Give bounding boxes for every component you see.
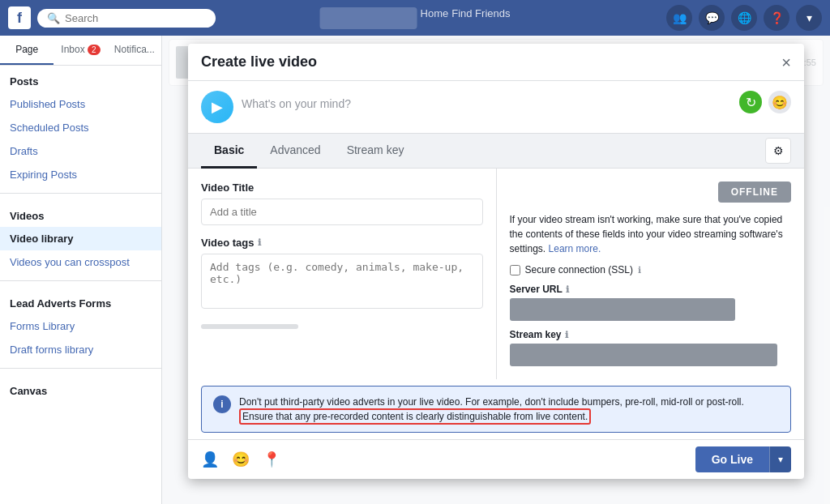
help-icon[interactable]: ❓	[764, 5, 789, 31]
search-input[interactable]	[65, 12, 206, 24]
stream-key-value	[510, 344, 777, 366]
find-friends-link[interactable]: Find Friends	[451, 7, 510, 29]
notice-info-icon: i	[213, 395, 231, 413]
sidebar-section-canvas: Canvas	[0, 375, 161, 402]
home-link[interactable]: Home	[421, 7, 449, 29]
server-url-value	[510, 298, 735, 321]
emoji-footer-icon[interactable]: 😊	[232, 451, 250, 468]
create-live-video-modal: Create live video × ▶ What's on your min…	[188, 44, 804, 479]
sidebar-section-videos: Videos	[0, 200, 161, 227]
modal-header: Create live video ×	[188, 44, 804, 81]
sidebar-tab-page[interactable]: Page	[0, 36, 53, 65]
ssl-checkbox-row: Secure connection (SSL) ℹ	[510, 264, 792, 275]
footer-icons: 👤 😊 📍	[201, 451, 280, 468]
main-content: Wave Official Launch Wave is officially …	[162, 36, 830, 504]
page-layout: Page Inbox 2 Notifica... Posts Published…	[0, 36, 830, 504]
sidebar-tab-inbox[interactable]: Inbox 2	[53, 36, 107, 65]
notice-text: Don't put third-party video adverts in y…	[239, 395, 779, 424]
ssl-label: Secure connection (SSL)	[525, 264, 633, 275]
sidebar-divider-3	[0, 368, 161, 369]
messages-icon[interactable]: 💬	[699, 5, 725, 31]
sidebar: Page Inbox 2 Notifica... Posts Published…	[0, 36, 162, 504]
navbar: f 🔍 Home Find Friends 👥 💬 🌐 ❓ ▾	[0, 0, 830, 36]
close-button[interactable]: ×	[781, 54, 791, 70]
left-panel: Video Title Video tags ℹ	[188, 169, 497, 379]
sidebar-item-expiring-posts[interactable]: Expiring Posts	[0, 163, 161, 186]
notice-highlighted: Ensure that any pre-recorded content is …	[239, 408, 591, 425]
sidebar-section-posts: Posts	[0, 66, 161, 92]
sidebar-item-videos-crosspost[interactable]: Videos you can crosspost	[0, 250, 161, 274]
sidebar-divider-1	[0, 193, 161, 194]
stream-info-text: If your video stream isn't working, make…	[510, 212, 792, 256]
video-tags-input[interactable]	[201, 254, 483, 309]
navbar-center: Home Find Friends	[320, 7, 511, 29]
tag-people-icon[interactable]: 👤	[201, 451, 219, 468]
video-title-label: Video Title	[201, 182, 483, 194]
location-icon[interactable]: 📍	[263, 451, 280, 468]
search-icon: 🔍	[47, 12, 60, 24]
tab-stream-key[interactable]: Stream key	[334, 134, 417, 169]
facebook-logo: f	[8, 6, 31, 29]
go-live-dropdown-button[interactable]: ▾	[769, 446, 791, 472]
server-url-label: Server URL ℹ	[510, 284, 792, 295]
globe-icon[interactable]: 🌐	[731, 5, 757, 31]
composer-avatar: ▶	[201, 91, 233, 123]
sidebar-item-video-library[interactable]: Video library	[0, 227, 161, 250]
composer-placeholder[interactable]: What's on your mind?	[242, 91, 731, 110]
search-bar[interactable]: 🔍	[37, 9, 216, 28]
video-tags-info-icon: ℹ	[258, 237, 261, 248]
modal-title: Create live video	[201, 53, 317, 70]
sidebar-item-draft-forms[interactable]: Draft forms library	[0, 338, 161, 361]
tab-basic[interactable]: Basic	[201, 134, 257, 169]
sidebar-item-scheduled-posts[interactable]: Scheduled Posts	[0, 116, 161, 139]
refresh-button[interactable]: ↻	[739, 91, 762, 113]
navbar-center-input[interactable]	[320, 7, 417, 29]
ssl-info-icon: ℹ	[638, 265, 641, 275]
stream-key-label: Stream key ℹ	[510, 329, 792, 340]
go-live-button[interactable]: Go Live	[695, 446, 769, 472]
right-panel: OFFLINE If your video stream isn't worki…	[497, 169, 805, 379]
scrollbar[interactable]	[201, 324, 298, 329]
sidebar-item-published-posts[interactable]: Published Posts	[0, 92, 161, 116]
video-tags-label: Video tags ℹ	[201, 237, 483, 249]
go-live-group: Go Live ▾	[695, 446, 791, 472]
ssl-checkbox[interactable]	[510, 265, 520, 275]
modal-footer: 👤 😊 📍 Go Live ▾	[188, 439, 804, 479]
sidebar-divider-2	[0, 280, 161, 281]
modal-backdrop: Create live video × ▶ What's on your min…	[162, 36, 830, 504]
modal-body: Video Title Video tags ℹ OFFLINE	[188, 169, 804, 379]
gear-button[interactable]: ⚙	[765, 138, 791, 164]
modal-tabs: Basic Advanced Stream key ⚙	[188, 134, 804, 169]
stream-key-info-icon: ℹ	[565, 330, 568, 340]
tab-advanced[interactable]: Advanced	[257, 134, 333, 169]
learn-more-link[interactable]: Learn more.	[549, 243, 601, 254]
status-badge: OFFLINE	[718, 182, 791, 203]
composer-actions: ↻ 😊	[739, 91, 791, 113]
sidebar-tab-notifica[interactable]: Notifica...	[108, 36, 161, 65]
sidebar-item-forms-library[interactable]: Forms Library	[0, 314, 161, 338]
sidebar-tabs: Page Inbox 2 Notifica...	[0, 36, 161, 66]
friends-icon[interactable]: 👥	[666, 5, 692, 31]
account-menu-icon[interactable]: ▾	[796, 5, 822, 31]
play-icon: ▶	[212, 98, 223, 116]
server-url-info-icon: ℹ	[566, 284, 569, 295]
emoji-button[interactable]: 😊	[768, 91, 791, 113]
sidebar-item-drafts[interactable]: Drafts	[0, 139, 161, 163]
composer: ▶ What's on your mind? ↻ 😊	[188, 81, 804, 134]
sidebar-section-lead-adverts: Lead Adverts Forms	[0, 288, 161, 314]
notice-bar: i Don't put third-party video adverts in…	[201, 386, 791, 433]
video-title-input[interactable]	[201, 199, 483, 225]
